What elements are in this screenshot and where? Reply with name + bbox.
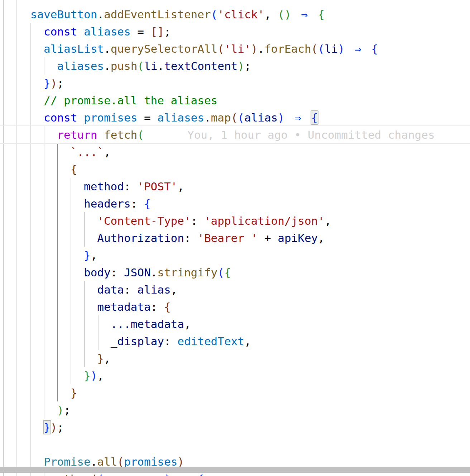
code-token: ): [338, 42, 345, 55]
matched-bracket: {: [311, 111, 318, 124]
code-token: [4, 421, 44, 434]
code-token: ): [278, 111, 284, 124]
code-token: return: [57, 128, 97, 141]
code-line[interactable]: {: [4, 161, 470, 178]
code-token: 'click': [217, 8, 264, 21]
code-token: }: [44, 77, 51, 90]
git-blame-annotation: You, 1 hour ago • Uncommitted changes: [187, 126, 435, 143]
code-line[interactable]: method: 'POST',: [4, 178, 470, 195]
code-token: ): [251, 42, 258, 55]
code-token: body: [84, 266, 111, 279]
code-token: [345, 42, 351, 55]
code-token: }: [97, 352, 104, 365]
code-line[interactable]: });: [4, 419, 470, 436]
code-line[interactable]: 'Content-Type': 'application/json',: [4, 212, 470, 229]
code-token: :: [124, 180, 137, 193]
code-token: [4, 180, 84, 193]
code-token: [4, 249, 84, 262]
code-line[interactable]: headers: {: [4, 195, 470, 212]
code-token: // promise.all the aliases: [44, 94, 217, 107]
code-editor[interactable]: saveButton.addEventListener('click', () …: [0, 0, 470, 476]
code-token: (: [137, 128, 144, 141]
code-line[interactable]: const aliases = [];: [4, 23, 470, 40]
code-token: [77, 25, 84, 38]
code-token: ;: [244, 60, 251, 72]
code-token: {: [71, 163, 77, 176]
code-token: 'Content-Type': [97, 214, 191, 227]
code-line[interactable]: }: [4, 384, 470, 401]
code-token: headers: [84, 197, 131, 210]
code-token: [4, 60, 57, 72]
code-token: {: [224, 266, 231, 279]
code-token: .: [258, 42, 264, 55]
code-token: responses: [104, 472, 164, 476]
code-token: 'li': [224, 42, 251, 55]
code-token: textContent: [164, 60, 238, 72]
code-line[interactable]: _display: editedText,: [4, 333, 470, 350]
code-line[interactable]: ...metadata,: [4, 315, 470, 333]
code-token: ,: [91, 249, 97, 262]
code-line[interactable]: // promise.all the aliases: [4, 92, 470, 109]
code-token: [4, 42, 44, 55]
code-token: stringify: [157, 266, 217, 279]
code-token: li: [144, 60, 157, 72]
code-token: map: [211, 111, 231, 124]
code-token: forEach: [264, 42, 311, 55]
code-token: [77, 111, 84, 124]
code-token: promises: [84, 111, 137, 124]
code-area[interactable]: saveButton.addEventListener('click', () …: [0, 0, 470, 476]
code-token: (: [238, 111, 244, 124]
code-line[interactable]: },: [4, 350, 470, 367]
code-line[interactable]: },: [4, 247, 470, 264]
code-token: ,: [177, 180, 184, 193]
code-token: [284, 111, 291, 124]
code-line[interactable]: saveButton.addEventListener('click', () …: [4, 6, 470, 23]
code-token: (: [117, 455, 124, 468]
code-token: ⇒: [298, 6, 311, 23]
code-token: (: [97, 472, 104, 476]
code-line[interactable]: metadata: {: [4, 298, 470, 315]
code-token: [4, 25, 44, 38]
code-token: data: [97, 283, 124, 296]
code-line[interactable]: }),: [4, 367, 470, 384]
code-token: [4, 455, 44, 468]
code-token: editedText: [177, 335, 244, 348]
code-token: [4, 386, 71, 399]
matched-bracket: }: [44, 421, 51, 434]
code-token: :: [151, 300, 164, 313]
code-token: ,: [318, 232, 325, 244]
code-line[interactable]: body: JSON.stringify({: [4, 264, 470, 281]
code-token: saveButton: [30, 8, 97, 21]
code-token: [4, 266, 84, 279]
code-line[interactable]: [4, 436, 470, 453]
code-token: :: [111, 266, 124, 279]
code-token: [4, 232, 97, 244]
code-line[interactable]: `...`,: [4, 143, 470, 161]
code-token: ,: [104, 352, 111, 365]
code-token: metadata: [97, 300, 150, 313]
code-token: ,: [325, 214, 331, 227]
code-token: :: [164, 335, 177, 348]
code-token: _display: [111, 335, 164, 348]
code-line[interactable]: aliasList.querySelectorAll('li').forEach…: [4, 40, 470, 57]
code-line[interactable]: );: [4, 401, 470, 419]
code-line[interactable]: Authorization: 'Bearer ' + apiKey,: [4, 229, 470, 247]
code-token: .: [204, 111, 211, 124]
code-token: alias: [137, 283, 171, 296]
code-token: ): [164, 472, 171, 476]
code-line[interactable]: aliases.push(li.textContent);: [4, 57, 470, 75]
code-token: ): [177, 455, 184, 468]
code-line[interactable]: });: [4, 75, 470, 92]
code-token: [97, 128, 104, 141]
code-token: :: [124, 283, 137, 296]
horizontal-scrollbar[interactable]: [0, 467, 470, 473]
code-token: ): [57, 404, 64, 416]
code-token: (: [311, 42, 318, 55]
code-token: [4, 300, 97, 313]
code-line[interactable]: data: alias,: [4, 281, 470, 298]
code-line[interactable]: const promises = aliases.map((alias) ⇒ {: [4, 109, 470, 126]
code-token: [4, 77, 44, 90]
code-token: [4, 472, 57, 476]
code-token: (: [211, 8, 218, 21]
code-token: `...`: [71, 146, 104, 158]
